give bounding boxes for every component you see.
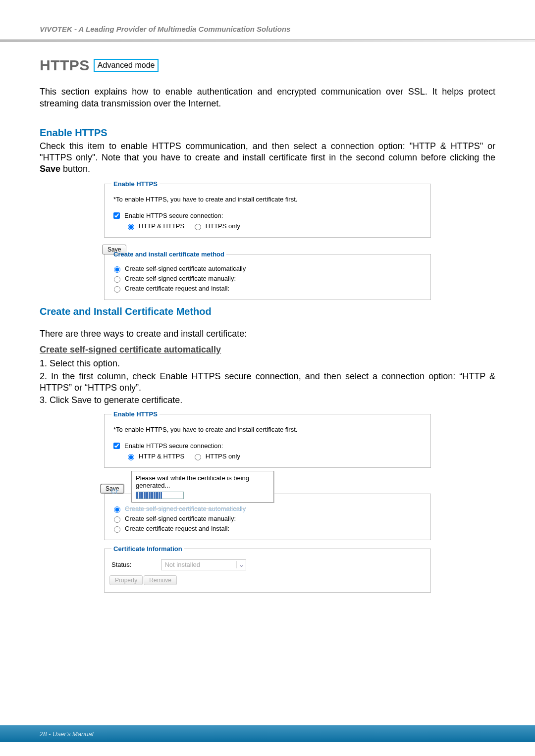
chevron-down-icon: ⌄ bbox=[236, 561, 246, 568]
radio-cert-manual-label: Create self-signed certificate manually: bbox=[125, 275, 236, 282]
step-3: 3. Click Save to generate certificate. bbox=[40, 395, 495, 406]
radio-https-only-label-2: HTTPS only bbox=[206, 453, 240, 460]
enable-https-heading: Enable HTTPS bbox=[40, 127, 495, 139]
progress-popup: Please wait while the certificate is bei… bbox=[131, 471, 274, 503]
status-value: Not installed bbox=[161, 561, 236, 568]
radio-http-and-https-label: HTTP & HTTPS bbox=[139, 222, 184, 230]
radio-https-only[interactable] bbox=[195, 224, 201, 230]
radio-cert-request[interactable] bbox=[114, 286, 120, 293]
radio-http-and-https[interactable] bbox=[128, 224, 134, 230]
enable-note-2: *To enable HTTPS, you have to create and… bbox=[111, 423, 424, 436]
radio-cert-manual[interactable] bbox=[114, 276, 120, 283]
enable-https-checkbox[interactable] bbox=[113, 212, 120, 219]
enable-https-checkbox-label: Enable HTTPS secure connection: bbox=[124, 212, 223, 219]
intro-text: This section explains how to enable auth… bbox=[40, 86, 495, 110]
radio-cert-request-2[interactable] bbox=[114, 526, 120, 533]
radio-http-and-https-label-2: HTTP & HTTPS bbox=[139, 453, 184, 460]
radio-cert-request-label: Create certificate request and install: bbox=[125, 285, 229, 292]
page-footer: 28 - User's Manual bbox=[0, 725, 535, 742]
progress-bar bbox=[136, 492, 184, 499]
progress-bar-fill bbox=[136, 492, 162, 499]
cert-steps: 1. Select this option. 2. In the first c… bbox=[40, 358, 495, 406]
radio-cert-auto-label-2: Create self-signed certificate automatic… bbox=[125, 505, 246, 512]
doc-header: VIVOTEK - A Leading Provider of Multimed… bbox=[0, 0, 535, 40]
status-label: Status: bbox=[111, 561, 131, 568]
radio-http-and-https-2[interactable] bbox=[128, 454, 134, 460]
cert-method-heading: Create and Install Certificate Method bbox=[40, 306, 495, 317]
screenshot-enable-https: Enable HTTPS *To enable HTTPS, you have … bbox=[104, 180, 431, 300]
radio-cert-auto[interactable] bbox=[114, 266, 120, 273]
behind-legend-fragment: Cr bbox=[105, 488, 118, 495]
radio-cert-manual-label-2: Create self-signed certificate manually: bbox=[125, 515, 236, 522]
progress-message: Please wait while the certificate is bei… bbox=[136, 474, 269, 489]
radio-https-only-2[interactable] bbox=[195, 454, 201, 460]
radio-cert-auto-2[interactable] bbox=[114, 506, 120, 513]
cert-auto-subheading: Create self-signed certificate automatic… bbox=[40, 345, 495, 355]
fieldset-legend-enable-2: Enable HTTPS bbox=[111, 410, 160, 418]
radio-cert-auto-label: Create self-signed certificate automatic… bbox=[125, 265, 246, 272]
status-select[interactable]: Not installed ⌄ bbox=[161, 559, 246, 570]
mode-badge: Advanced mode bbox=[94, 59, 159, 72]
fieldset-legend-method: Create and install certificate method bbox=[111, 251, 226, 258]
radio-https-only-label: HTTPS only bbox=[206, 222, 240, 230]
step-1: 1. Select this option. bbox=[40, 358, 495, 369]
property-button[interactable]: Property bbox=[109, 575, 143, 585]
enable-https-text: Check this item to enable HTTPS communic… bbox=[40, 141, 495, 175]
enable-https-checkbox-label-2: Enable HTTPS secure connection: bbox=[124, 442, 223, 450]
footer-text: 28 - User's Manual bbox=[40, 730, 94, 738]
enable-https-checkbox-2[interactable] bbox=[113, 443, 120, 449]
radio-cert-request-label-2: Create certificate request and install: bbox=[125, 525, 229, 532]
radio-cert-manual-2[interactable] bbox=[114, 516, 120, 523]
enable-note: *To enable HTTPS, you have to create and… bbox=[111, 193, 424, 206]
fieldset-legend-enable: Enable HTTPS bbox=[111, 180, 160, 188]
cert-method-intro: There are three ways to create and insta… bbox=[40, 328, 495, 340]
page-title: HTTPS bbox=[40, 57, 90, 74]
remove-button[interactable]: Remove bbox=[144, 575, 177, 585]
screenshot-cert-generating: Enable HTTPS *To enable HTTPS, you have … bbox=[104, 410, 431, 593]
step-2: 2. In the first column, check Enable HTT… bbox=[40, 371, 495, 394]
fieldset-legend-certinfo: Certificate Information bbox=[111, 545, 184, 553]
